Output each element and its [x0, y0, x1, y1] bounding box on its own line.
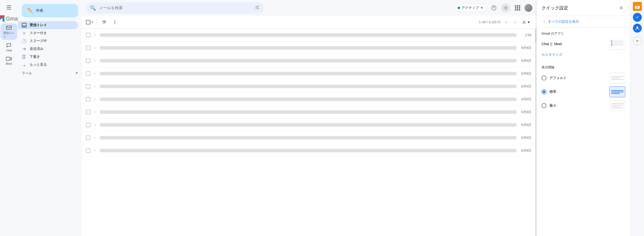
density-section-title: 表示間隔 [542, 65, 625, 70]
star-toggle-icon[interactable]: ☆ [93, 58, 97, 63]
add-label-button[interactable]: + [75, 70, 78, 76]
email-checkbox[interactable] [86, 110, 90, 114]
svg-point-20 [636, 26, 638, 28]
nav-item-sent[interactable]: 送信済み [18, 45, 78, 53]
compose-button[interactable]: ✏️ 作成 [22, 4, 78, 17]
avatar[interactable] [524, 4, 532, 12]
status-button[interactable]: アクティブ ▼ [454, 4, 487, 12]
table-row[interactable]: ☆ 2:50 [82, 29, 535, 42]
density-compact-preview [610, 100, 625, 111]
nav-item-starred[interactable]: ☆ スター付き [18, 29, 78, 37]
density-preview-line [611, 78, 620, 78]
email-checkbox[interactable] [86, 33, 90, 37]
search-input[interactable] [99, 6, 252, 10]
density-preview-line [611, 76, 624, 77]
cm-dot-icon [611, 40, 612, 42]
more-options-button[interactable] [110, 18, 119, 27]
send-icon [22, 47, 27, 51]
email-preview-bar [100, 98, 516, 101]
density-compact-radio[interactable] [542, 103, 546, 108]
help-button[interactable] [489, 3, 499, 13]
hamburger-menu[interactable] [4, 2, 14, 12]
nav-inbox-label: 受信トレイ [30, 23, 47, 28]
top-header: 🔍 アクティブ ▼ [82, 0, 536, 16]
chat-meet-option-row: Chat と Meet [542, 39, 625, 50]
gmail-apps-section: Gmail のアプリ Chat と Meet [536, 28, 630, 61]
cm-line [613, 41, 624, 42]
email-checkbox[interactable] [86, 136, 90, 140]
density-default-option: デフォルト [542, 72, 625, 84]
density-preview-line [611, 106, 620, 107]
star-toggle-icon[interactable]: ☆ [93, 148, 97, 153]
select-dropdown-icon[interactable]: ▼ [91, 21, 93, 24]
refresh-button[interactable] [100, 18, 108, 27]
star-toggle-icon[interactable]: ☆ [93, 97, 97, 102]
email-preview-bar [100, 33, 516, 37]
sidebar-item-chat[interactable]: Chat [0, 41, 17, 53]
star-toggle-icon[interactable]: ☆ [93, 71, 97, 76]
table-row[interactable]: ☆ 8月8日 [82, 54, 535, 67]
chat-meet-label: Chat と Meet [542, 42, 562, 46]
email-checkbox[interactable] [86, 84, 90, 88]
table-row[interactable]: ☆ 8月8日 [82, 42, 535, 54]
add-app-button[interactable]: + [633, 36, 642, 46]
table-row[interactable]: ☆ 8月8日 [82, 67, 535, 80]
nav-item-drafts[interactable]: 下書き [18, 53, 78, 61]
draft-icon [22, 54, 27, 59]
email-checkbox[interactable] [86, 58, 90, 63]
svg-rect-6 [6, 26, 11, 30]
chat-label: Chat [6, 49, 12, 52]
table-row[interactable]: ☆ 8月8日 [82, 93, 535, 106]
table-row[interactable]: ☆ 8月8日 [82, 118, 535, 131]
star-toggle-icon[interactable]: ☆ [93, 46, 97, 50]
apps-button[interactable] [513, 3, 522, 13]
search-options-icon[interactable] [255, 5, 260, 11]
chat-icon [6, 42, 12, 48]
customize-link[interactable]: カスタマイズ [542, 52, 625, 57]
email-checkbox[interactable] [86, 46, 90, 50]
email-preview-bar [100, 136, 516, 140]
contacts-app-button[interactable] [633, 24, 642, 32]
nav-item-inbox[interactable]: 受信トレイ [18, 21, 78, 29]
density-compact-label: 最小 [550, 104, 556, 108]
email-preview-bar [100, 123, 516, 127]
nav-item-snoozed[interactable]: 🕐 スヌーズ中 [18, 37, 78, 45]
right-apps-panel: 31 + [630, 0, 644, 236]
table-row[interactable]: ☆ 8月8日 [82, 131, 535, 144]
table-row[interactable]: ☆ 8月8日 [82, 144, 535, 157]
email-time: 8月8日 [520, 110, 532, 114]
email-checkbox[interactable] [86, 148, 90, 153]
sidebar-item-mail[interactable]: 受信トレイ [0, 23, 17, 40]
tasks-app-button[interactable] [633, 13, 642, 22]
star-toggle-icon[interactable]: ☆ [93, 135, 97, 140]
view-all-settings-link[interactable]: → すべての設定を表示 [536, 16, 630, 28]
nav-item-more[interactable]: ⌄ もっと見る [18, 61, 78, 69]
calendar-app-button[interactable]: 31 [633, 2, 642, 11]
email-checkbox[interactable] [86, 123, 90, 127]
email-checkbox[interactable] [86, 97, 90, 102]
star-toggle-icon[interactable]: ☆ [93, 84, 97, 88]
star-toggle-icon[interactable]: ☆ [93, 32, 97, 37]
density-standard-radio[interactable] [542, 89, 546, 94]
star-toggle-icon[interactable]: ☆ [93, 110, 97, 114]
settings-button[interactable] [501, 3, 511, 13]
sidebar-item-meet[interactable]: Meet [0, 54, 17, 67]
star-toggle-icon[interactable]: ☆ [93, 122, 97, 127]
email-preview-bar [100, 72, 516, 75]
sort-button[interactable]: あ ▼ [520, 19, 532, 26]
select-all-control: ▼ [86, 20, 93, 24]
select-all-checkbox[interactable] [86, 20, 90, 24]
quick-settings-close-button[interactable] [617, 4, 625, 12]
quick-settings-header: クイック設定 [536, 0, 630, 16]
next-page-button[interactable]: › [512, 19, 518, 26]
table-row[interactable]: ☆ 8月8日 [82, 80, 535, 93]
inbox-icon [22, 23, 27, 28]
email-checkbox[interactable] [86, 71, 90, 76]
density-preview-line [611, 93, 620, 94]
density-default-radio[interactable] [542, 76, 546, 80]
table-row[interactable]: ☆ 8月8日 [82, 106, 535, 118]
scrollbar[interactable] [535, 29, 536, 236]
meet-label: Meet [6, 62, 12, 65]
gmail-apps-title: Gmail のアプリ [542, 31, 625, 36]
prev-page-button[interactable]: ‹ [503, 19, 510, 26]
